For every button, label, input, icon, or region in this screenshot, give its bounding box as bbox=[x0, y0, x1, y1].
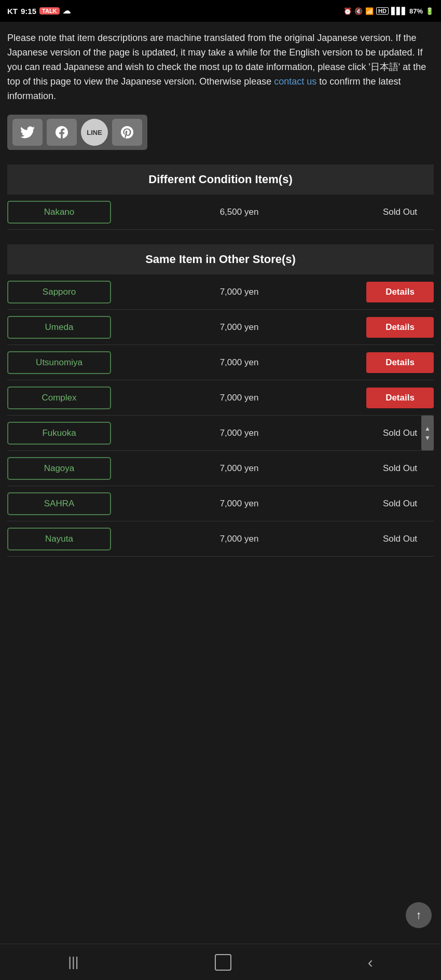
carrier-label: KT bbox=[7, 7, 18, 16]
nakano-price: 6,500 yen bbox=[116, 207, 362, 217]
store-price-nayuta: 7,000 yen bbox=[116, 534, 362, 544]
nav-back-button[interactable]: ‹ bbox=[368, 954, 373, 971]
pinterest-share-button[interactable] bbox=[112, 119, 142, 146]
status-bar: KT 9:15 TALK ☁ ⏰ 🔇 📶 HD ▋▋▋ 87% 🔋 bbox=[0, 0, 441, 22]
store-row: Nagoya7,000 yenSold Out bbox=[7, 451, 434, 486]
store-price-umeda: 7,000 yen bbox=[116, 322, 362, 333]
back-to-top-button[interactable]: ↑ bbox=[406, 902, 432, 928]
store-action-nayuta: Sold Out bbox=[366, 529, 434, 549]
different-condition-title: Different Condition Item(s) bbox=[148, 173, 292, 186]
hd-icon: HD bbox=[376, 7, 389, 15]
battery-label: 87% bbox=[409, 7, 423, 15]
store-name-button-sahra[interactable]: SAHRA bbox=[7, 492, 111, 515]
store-action-complex[interactable]: Details bbox=[366, 388, 434, 408]
store-price-nagoya: 7,000 yen bbox=[116, 463, 362, 474]
store-price-utsunomiya: 7,000 yen bbox=[116, 357, 362, 368]
contact-us-link[interactable]: contact us bbox=[274, 76, 316, 87]
store-row: Nayuta7,000 yenSold Out bbox=[7, 521, 434, 557]
alarm-icon: ⏰ bbox=[343, 7, 352, 15]
nav-home-button[interactable] bbox=[215, 954, 231, 971]
nav-bar: ||| ‹ bbox=[0, 944, 441, 980]
different-condition-header: Different Condition Item(s) bbox=[7, 164, 434, 195]
store-row: ▲▼Fukuoka7,000 yenSold Out bbox=[7, 416, 434, 451]
nakano-store-button[interactable]: Nakano bbox=[7, 201, 111, 224]
main-content: Please note that item descriptions are m… bbox=[0, 22, 441, 564]
store-row: Complex7,000 yenDetails bbox=[7, 380, 434, 416]
store-name-button-nayuta[interactable]: Nayuta bbox=[7, 528, 111, 550]
store-row: Utsunomiya7,000 yenDetails bbox=[7, 345, 434, 380]
nav-menu-button[interactable]: ||| bbox=[68, 954, 78, 970]
same-item-header: Same Item in Other Store(s) bbox=[7, 244, 434, 274]
facebook-share-button[interactable] bbox=[47, 119, 77, 146]
cloud-icon: ☁ bbox=[63, 6, 71, 16]
menu-icon: ||| bbox=[68, 954, 78, 970]
store-action-utsunomiya[interactable]: Details bbox=[366, 352, 434, 373]
store-row: Sapporo7,000 yenDetails bbox=[7, 274, 434, 310]
store-name-button-sapporo[interactable]: Sapporo bbox=[7, 281, 111, 303]
talk-icon: TALK bbox=[39, 7, 60, 15]
same-item-section: Same Item in Other Store(s) Sapporo7,000… bbox=[7, 244, 434, 557]
mute-icon: 🔇 bbox=[354, 7, 363, 15]
store-action-sahra: Sold Out bbox=[366, 493, 434, 514]
back-icon: ‹ bbox=[368, 954, 373, 971]
status-bar-left: KT 9:15 TALK ☁ bbox=[7, 6, 71, 16]
line-share-button[interactable]: LINE bbox=[81, 119, 108, 146]
time-label: 9:15 bbox=[21, 7, 36, 16]
twitter-share-button[interactable] bbox=[12, 119, 43, 146]
signal-icon: ▋▋▋ bbox=[391, 7, 407, 15]
store-action-sapporo[interactable]: Details bbox=[366, 282, 434, 302]
wifi-icon: 📶 bbox=[365, 7, 374, 15]
store-name-button-utsunomiya[interactable]: Utsunomiya bbox=[7, 351, 111, 374]
nakano-status: Sold Out bbox=[366, 202, 434, 223]
store-price-complex: 7,000 yen bbox=[116, 393, 362, 403]
scroll-indicator[interactable]: ▲▼ bbox=[421, 416, 434, 450]
store-name-button-umeda[interactable]: Umeda bbox=[7, 316, 111, 339]
different-condition-row: Nakano 6,500 yen Sold Out bbox=[7, 195, 434, 230]
store-price-fukuoka: 7,000 yen bbox=[116, 428, 362, 438]
status-bar-right: ⏰ 🔇 📶 HD ▋▋▋ 87% 🔋 bbox=[343, 7, 434, 15]
disclaimer-paragraph: Please note that item descriptions are m… bbox=[7, 31, 434, 103]
social-buttons-container: LINE bbox=[7, 115, 147, 150]
store-name-button-nagoya[interactable]: Nagoya bbox=[7, 457, 111, 480]
store-rows-container: Sapporo7,000 yenDetailsUmeda7,000 yenDet… bbox=[7, 274, 434, 557]
store-row: Umeda7,000 yenDetails bbox=[7, 310, 434, 345]
store-price-sahra: 7,000 yen bbox=[116, 499, 362, 509]
home-icon bbox=[215, 954, 231, 971]
store-row: SAHRA7,000 yenSold Out bbox=[7, 486, 434, 521]
same-item-title: Same Item in Other Store(s) bbox=[145, 253, 296, 266]
store-price-sapporo: 7,000 yen bbox=[116, 287, 362, 297]
store-action-umeda[interactable]: Details bbox=[366, 317, 434, 338]
store-name-button-complex[interactable]: Complex bbox=[7, 387, 111, 409]
different-condition-section: Different Condition Item(s) Nakano 6,500… bbox=[7, 164, 434, 230]
store-name-button-fukuoka[interactable]: Fukuoka bbox=[7, 422, 111, 445]
battery-icon: 🔋 bbox=[425, 7, 434, 15]
store-action-nagoya: Sold Out bbox=[366, 458, 434, 479]
